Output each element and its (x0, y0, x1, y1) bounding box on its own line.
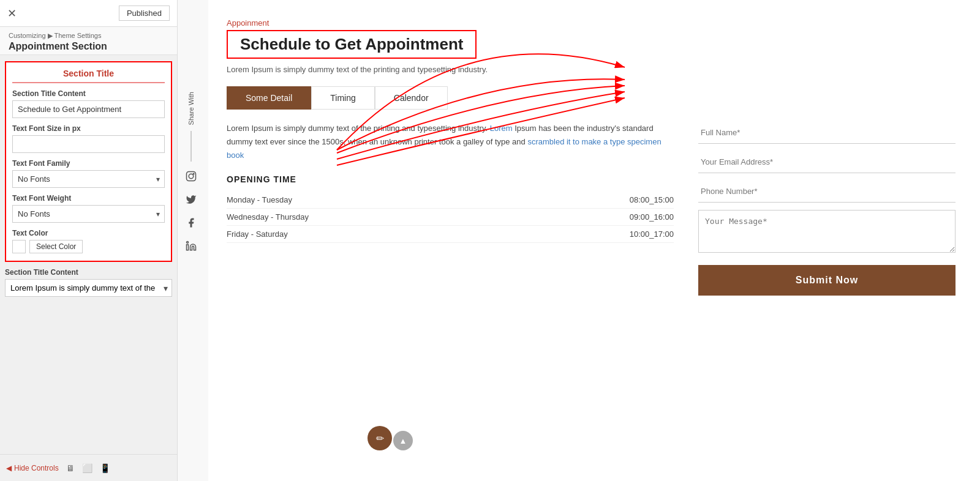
font-weight-select[interactable]: No Fonts (12, 205, 165, 223)
two-col-layout: Lorem Ipsum is simply dummy text of the … (227, 122, 956, 296)
published-button[interactable]: Published (119, 6, 170, 21)
time-3: 10:00_17:00 (630, 229, 674, 239)
email-input[interactable] (698, 151, 956, 173)
field6-label: Section Title Content (5, 268, 172, 277)
day-1: Monday - Tuesday (227, 195, 292, 204)
submit-button[interactable]: Submit Now (698, 265, 956, 296)
field6-input-row: ▾ (5, 279, 172, 297)
opening-time-title: OPENING TIME (227, 174, 674, 184)
time-row-2: Wednesday - Thursday 09:00_16:00 (227, 209, 674, 226)
instagram-icon[interactable] (183, 168, 200, 185)
color-row: Select Color (12, 240, 165, 253)
section-title-box: Schedule to Get Appointment (227, 30, 477, 59)
breadcrumb: Customizing ▶ Theme Settings (9, 32, 168, 40)
font-weight-wrapper: No Fonts (12, 205, 165, 223)
field2-label: Text Font Size in px (12, 124, 165, 133)
svg-point-2 (193, 174, 194, 175)
body-link-1[interactable]: Lorem (490, 124, 513, 133)
panel-section-heading: Appointment Section (9, 41, 168, 52)
section-title-content-input[interactable] (12, 100, 165, 118)
floating-up-button[interactable]: ▲ (393, 431, 413, 450)
share-divider (190, 131, 192, 162)
field6-arrow-button[interactable]: ▾ (160, 281, 172, 296)
content-area: Appoinment Schedule to Get Appointment L… (208, 0, 980, 481)
left-column: Lorem Ipsum is simply dummy text of the … (227, 122, 674, 296)
time-1: 08:00_15:00 (630, 195, 674, 204)
svg-point-1 (189, 174, 194, 179)
main-content: Share With Appoinment Schedule to Get Ap… (178, 0, 980, 481)
day-2: Wednesday - Thursday (227, 212, 309, 222)
field1-label: Section Title Content (12, 89, 165, 98)
section-main-title: Schedule to Get Appointment (240, 35, 463, 53)
breadcrumb-area: Customizing ▶ Theme Settings Appointment… (0, 27, 177, 55)
select-color-button[interactable]: Select Color (29, 240, 83, 253)
svg-rect-0 (187, 172, 196, 181)
scroll-area: Section Title Section Title Content Text… (0, 55, 177, 454)
mobile-icon[interactable]: 📱 (100, 463, 110, 473)
day-3: Friday - Saturday (227, 229, 288, 239)
floating-edit-button[interactable]: ✏ (368, 426, 392, 450)
facebook-icon[interactable] (183, 214, 200, 231)
hide-controls-arrow-icon: ◀ (6, 464, 12, 472)
tab-calendor[interactable]: Calendor (375, 86, 448, 110)
time-row-3: Friday - Saturday 10:00_17:00 (227, 226, 674, 243)
top-bar: ✕ Published (0, 0, 177, 27)
bottom-controls: ◀ Hide Controls 🖥 ⬜ 📱 (0, 454, 177, 481)
full-name-input[interactable] (698, 122, 956, 144)
section-title-inner-label: Section Title (12, 69, 165, 83)
close-button[interactable]: ✕ (7, 7, 17, 20)
color-swatch (12, 240, 26, 253)
message-textarea[interactable] (698, 210, 956, 253)
appointment-label: Appoinment (227, 18, 956, 28)
body-text: Lorem Ipsum is simply dummy text of the … (227, 122, 674, 162)
time-2: 09:00_16:00 (630, 212, 674, 222)
font-family-wrapper: No Fonts (12, 170, 165, 188)
section-title-panel: Section Title Section Title Content Text… (5, 61, 172, 262)
phone-input[interactable] (698, 181, 956, 203)
tablet-icon[interactable]: ⬜ (82, 463, 92, 473)
hide-controls-label: Hide Controls (14, 464, 59, 472)
section-subtitle: Lorem Ipsum is simply dummy text of the … (227, 65, 956, 74)
linkedin-icon[interactable] (183, 237, 200, 255)
hide-controls-button[interactable]: ◀ Hide Controls (6, 464, 59, 472)
right-column-form: Submit Now (698, 122, 956, 296)
field5-label: Text Color (12, 229, 165, 237)
svg-point-4 (187, 242, 189, 244)
section-below: Section Title Content ▾ (0, 268, 177, 297)
font-family-select[interactable]: No Fonts (12, 170, 165, 188)
tab-some-detail[interactable]: Some Detail (227, 86, 311, 110)
font-size-input[interactable] (12, 135, 165, 153)
twitter-icon[interactable] (183, 191, 200, 208)
field4-label: Text Font Weight (12, 194, 165, 203)
field3-label: Text Font Family (12, 159, 165, 168)
time-row-1: Monday - Tuesday 08:00_15:00 (227, 192, 674, 209)
share-with-label: Share With (187, 92, 195, 125)
left-panel: ✕ Published Customizing ▶ Theme Settings… (0, 0, 178, 481)
svg-rect-3 (187, 245, 189, 250)
tabs-row: Some Detail Timing Calendor (227, 86, 956, 110)
field6-input[interactable] (6, 280, 160, 296)
tab-timing[interactable]: Timing (311, 86, 375, 110)
desktop-icon[interactable]: 🖥 (66, 463, 75, 473)
body-link-2[interactable]: scrambled it to make a type specimen boo… (227, 137, 662, 160)
